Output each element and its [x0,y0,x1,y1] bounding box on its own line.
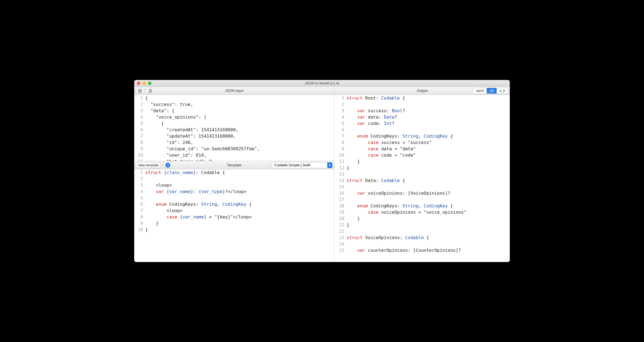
line-number: 10 [334,152,347,158]
code-content: "user_id": 614, [145,152,207,158]
line-number: 2 [134,176,145,182]
code-content: } [347,222,349,228]
output-editor[interactable]: 1struct Root: Codable {23 var success: B… [334,95,510,262]
line-number: 13 [334,171,347,177]
new-template-button[interactable]: New template [136,162,161,168]
line-number: 10 [134,152,145,158]
code-content: case {var_name} = "{key}"</loop> [145,214,252,220]
template-editor[interactable]: 1struct {class_name}: Codable {23 <loop>… [134,169,334,262]
code-content: "id": 246, [145,139,193,146]
code-row: 2 "success": true, [134,101,334,108]
code-row: 2 [334,101,510,108]
code-content: var counterOpinions: [CounterOpinions]? [347,247,461,253]
code-row: 6 [334,127,510,133]
indent-icon [148,89,152,92]
case-style-segment[interactable]: sameaBa_b [473,88,508,94]
window-title: JSON to Model (v1.4) [305,81,339,85]
traffic-lights [137,82,151,85]
minimize-icon[interactable] [142,82,146,85]
line-number: 4 [134,188,145,195]
app-window: JSON to Model (v1.4) JSON Input [134,80,510,262]
line-number: 21 [334,222,347,228]
line-number: 4 [134,114,145,120]
code-content: struct {class_name}: Codable { [145,169,225,176]
code-content: } [347,215,360,222]
code-content: "voice_opinions": [ [145,114,207,120]
zoom-icon[interactable] [148,82,151,85]
line-number: 22 [334,228,347,234]
code-row: 10 "user_id": 614, [134,152,334,158]
json-input-pane: JSON Input 1{2 "success": true,3 "data":… [134,87,334,161]
line-number: 1 [134,95,145,101]
line-number: 18 [334,203,347,209]
line-number: 11 [134,158,145,161]
code-content: struct Data: Codable { [347,177,405,184]
line-number: 9 [134,146,145,152]
code-content: var success: Bool? [347,108,405,114]
info-icon: i [165,163,170,168]
code-row: 16 var voiceOpinions: [VoiceOpinions]? [334,190,510,196]
line-number: 4 [334,114,347,120]
case-style-option-0[interactable]: same [473,88,487,93]
code-content: "updateAt": 1541413168000, [145,133,236,139]
line-number: 12 [334,165,347,171]
code-row: 2 [134,176,334,182]
titlebar[interactable]: JSON to Model (v1.4) [134,80,510,87]
code-content: } [145,226,148,233]
code-content: case data = "data" [347,146,416,152]
line-number: 7 [134,133,145,139]
line-number: 3 [134,108,145,114]
line-number: 25 [334,247,347,253]
line-number: 14 [334,177,347,184]
code-row: 24 [334,241,510,247]
code-row: 1struct Root: Codable { [334,95,510,101]
code-row: 5 [134,195,334,201]
line-number: 20 [334,215,347,222]
close-icon[interactable] [137,82,140,85]
hamburger-icon [138,89,142,92]
line-number: 6 [334,127,347,133]
line-number: 9 [134,220,145,226]
code-row: 8 case {var_name} = "{key}"</loop> [134,214,334,220]
case-style-option-2[interactable]: a_b [497,88,508,93]
template-header: New template i Template Codable Simple |… [134,161,334,169]
code-content: { [145,95,148,101]
window-body: JSON Input 1{2 "success": true,3 "data":… [134,87,510,262]
code-row: 14struct Data: Codable { [334,177,510,184]
template-select[interactable]: Codable Simple | Swift [272,162,332,168]
line-number: 15 [334,184,347,190]
line-number: 9 [334,146,347,152]
indent-button[interactable] [146,88,154,94]
code-row: 5 var code: Int? [334,120,510,127]
code-content: case voiceOpinions = "voice_opinions" [347,209,466,215]
code-row: 4 "voice_opinions": [ [134,114,334,120]
code-row: 9 } [134,220,334,226]
json-input-editor[interactable]: 1{2 "success": true,3 "data": {4 "voice_… [134,95,334,161]
json-input-title: JSON Input [225,89,243,93]
code-row: 21} [334,222,510,228]
code-content: } [347,165,349,171]
code-row: 9 case data = "data" [334,146,510,152]
output-header: Output sameaBa_b [334,87,510,95]
code-row: 19 case voiceOpinions = "voice_opinions" [334,209,510,215]
line-number: 8 [334,139,347,146]
outdent-button[interactable] [136,88,144,94]
case-style-option-1[interactable]: aB [487,88,497,93]
info-button[interactable]: i [164,162,172,168]
code-row: 3 var success: Bool? [334,108,510,114]
code-row: 12} [334,165,510,171]
template-pane: New template i Template Codable Simple |… [134,161,334,262]
line-number: 2 [134,101,145,108]
code-row: 20 } [334,215,510,222]
code-content: } [145,220,159,226]
code-content: <loop> [145,207,183,214]
code-row: 8 "id": 246, [134,139,334,146]
code-row: 23struct VoiceOpinions: Codable { [334,234,510,241]
line-number: 8 [134,214,145,220]
line-number: 5 [334,120,347,127]
code-row: 6 "createdAt": 1541413168000, [134,127,334,133]
code-row: 11 "hot_topic_id": 8, [134,158,334,161]
code-row: 1struct {class_name}: Codable { [134,169,334,176]
line-number: 1 [134,169,145,176]
code-content: <loop> [145,182,172,188]
